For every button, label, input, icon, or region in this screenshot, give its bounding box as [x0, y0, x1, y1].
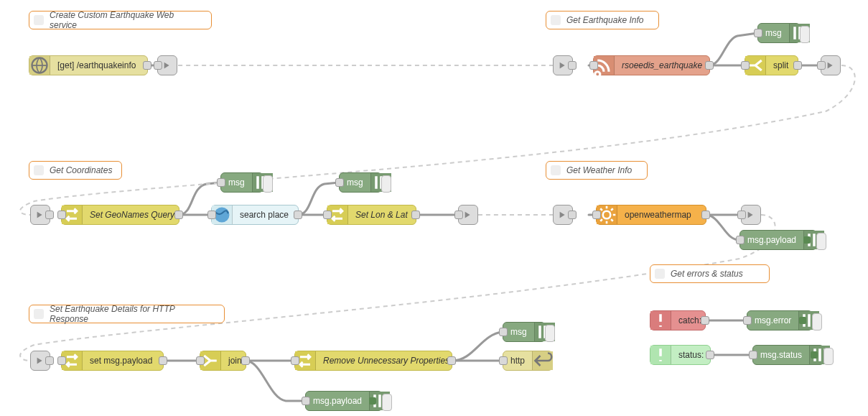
input-port[interactable]: [754, 29, 762, 37]
svg-rect-1: [793, 27, 796, 40]
status-dot-icon: [799, 317, 806, 324]
link-in-node[interactable]: [30, 351, 50, 371]
change-node-set-lonlat[interactable]: Set Lon & Lat: [327, 205, 416, 225]
output-port[interactable]: [701, 211, 710, 219]
debug-node[interactable]: msg: [339, 172, 382, 193]
output-port[interactable]: [174, 211, 183, 219]
output-port[interactable]: [701, 316, 709, 325]
input-port[interactable]: [196, 356, 205, 365]
http-in-node[interactable]: [get] /earthquakeinfo: [29, 55, 148, 75]
comment-icon: [551, 165, 561, 175]
output-port[interactable]: [241, 356, 250, 365]
input-port[interactable]: [817, 61, 826, 70]
debug-node[interactable]: msg.status: [752, 345, 824, 365]
change-node-remove-props[interactable]: Remove Unnecessary Properties: [294, 351, 452, 371]
comment-text: Set Earthquake Details for HTTP Response: [50, 304, 215, 324]
output-port[interactable]: [793, 61, 802, 70]
openweathermap-node[interactable]: openweathermap: [596, 205, 706, 225]
node-label: msg.payload: [740, 235, 803, 245]
input-port[interactable]: [207, 211, 216, 219]
svg-rect-22: [808, 314, 811, 327]
input-port[interactable]: [323, 211, 332, 219]
debug-node[interactable]: msg.error: [747, 310, 813, 331]
debug-toggle-button[interactable]: [381, 175, 391, 193]
svg-rect-13: [813, 234, 816, 246]
debug-node[interactable]: msg.payload: [739, 230, 817, 250]
feedparse-node[interactable]: rsoeedis_earthquake: [593, 55, 710, 75]
input-port[interactable]: [589, 61, 598, 70]
input-port[interactable]: [335, 178, 344, 187]
output-port[interactable]: [159, 356, 167, 365]
input-port[interactable]: [291, 356, 299, 365]
comment-get-weather[interactable]: Get Weather Info: [546, 161, 648, 180]
debug-toggle-button[interactable]: [823, 348, 834, 365]
input-port[interactable]: [749, 351, 757, 359]
change-node-set-geo[interactable]: Set GeoNames Query: [61, 205, 179, 225]
input-port[interactable]: [57, 211, 66, 219]
output-port[interactable]: [568, 61, 577, 70]
debug-node[interactable]: msg: [757, 23, 801, 43]
input-port[interactable]: [499, 356, 508, 365]
debug-toggle-button[interactable]: [263, 175, 273, 193]
output-port[interactable]: [568, 211, 577, 219]
comment-set-details[interactable]: Set Earthquake Details for HTTP Response: [29, 305, 225, 323]
node-label: rsoeedis_earthquake: [615, 60, 709, 70]
debug-node[interactable]: msg: [220, 172, 263, 193]
input-port[interactable]: [454, 211, 463, 219]
output-port[interactable]: [411, 211, 420, 219]
debug-toggle-button[interactable]: [800, 26, 810, 43]
http-response-node[interactable]: http: [503, 351, 553, 371]
comment-get-coords[interactable]: Get Coordinates: [29, 161, 122, 180]
debug-toggle-button[interactable]: [545, 325, 555, 342]
input-port[interactable]: [743, 316, 752, 325]
link-out-node[interactable]: [821, 55, 841, 75]
input-port[interactable]: [499, 328, 508, 336]
comment-get-info[interactable]: Get Earthquake Info: [546, 11, 659, 29]
debug-toggle-button[interactable]: [382, 394, 392, 411]
comment-icon: [34, 15, 44, 25]
svg-point-11: [603, 211, 611, 219]
status-node[interactable]: status: 1: [650, 345, 711, 365]
status-dot-icon: [803, 236, 811, 244]
node-label: msg: [340, 177, 370, 188]
input-port[interactable]: [736, 236, 745, 244]
input-port[interactable]: [741, 61, 750, 70]
link-out-node[interactable]: [741, 205, 761, 225]
input-port[interactable]: [217, 178, 225, 187]
input-port[interactable]: [57, 356, 66, 365]
comment-get-errors[interactable]: Get errors & status: [650, 264, 770, 283]
reply-icon: [532, 351, 553, 370]
output-port[interactable]: [45, 211, 54, 219]
svg-rect-8: [375, 176, 378, 189]
output-port[interactable]: [143, 61, 151, 70]
change-node-set-payload[interactable]: set msg.payload: [61, 351, 164, 371]
input-port[interactable]: [302, 397, 310, 405]
output-port[interactable]: [705, 61, 714, 70]
node-label: [get] /earthquakeinfo: [50, 60, 147, 70]
output-port[interactable]: [447, 356, 456, 365]
debug-toggle-button[interactable]: [812, 313, 822, 331]
catch-node[interactable]: catch: 1: [650, 310, 706, 331]
node-label: http: [503, 356, 532, 366]
link-out-node[interactable]: [157, 55, 177, 75]
debug-toggle-button[interactable]: [816, 233, 826, 250]
join-node[interactable]: join: [200, 351, 246, 371]
link-in-node[interactable]: [553, 205, 573, 225]
node-label: set msg.payload: [83, 356, 163, 366]
comment-create[interactable]: Create Custom Earthquake Web service: [29, 11, 212, 29]
input-port[interactable]: [592, 211, 601, 219]
debug-node[interactable]: msg.payload: [305, 391, 383, 411]
geonames-search-node[interactable]: search place: [211, 205, 299, 225]
node-label: msg: [503, 327, 534, 337]
input-port[interactable]: [154, 61, 162, 70]
split-node[interactable]: split: [745, 55, 798, 75]
output-port[interactable]: [294, 211, 302, 219]
node-label: msg.error: [747, 315, 798, 325]
link-in-node[interactable]: [30, 205, 50, 225]
debug-node[interactable]: msg: [503, 322, 546, 342]
input-port[interactable]: [737, 211, 746, 219]
link-in-node[interactable]: [553, 55, 573, 75]
output-port[interactable]: [45, 356, 54, 365]
output-port[interactable]: [706, 351, 714, 359]
link-out-node[interactable]: [458, 205, 478, 225]
